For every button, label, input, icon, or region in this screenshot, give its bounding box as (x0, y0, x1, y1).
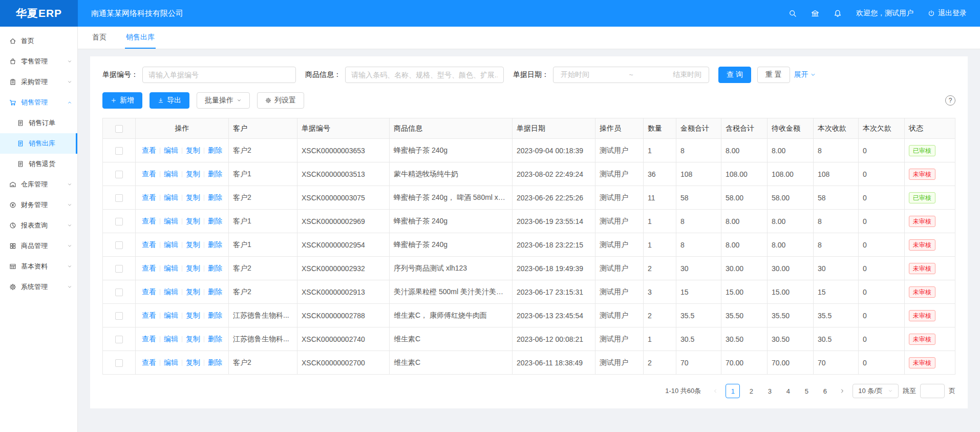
sidebar-item-sales[interactable]: 销售管理 (0, 92, 77, 113)
logout-button[interactable]: 退出登录 (928, 9, 967, 18)
edit-link[interactable]: 编辑 (164, 311, 178, 319)
date-range-picker[interactable]: 开始时间 ~ 结束时间 (553, 67, 709, 83)
edit-link[interactable]: 编辑 (164, 170, 178, 178)
edit-link[interactable]: 编辑 (164, 358, 178, 366)
delete-link[interactable]: 删除 (208, 335, 222, 343)
edit-link[interactable]: 编辑 (164, 264, 178, 272)
edit-link[interactable]: 编辑 (164, 335, 178, 343)
delete-link[interactable]: 删除 (208, 287, 222, 296)
copy-link[interactable]: 复制 (186, 217, 200, 225)
sidebar-item-sales-return[interactable]: 销售退货 (0, 154, 77, 174)
goods-cell: 美汁源果粒橙 500ml 美汁美汁美汁... (390, 280, 513, 304)
sidebar-item-system[interactable]: 系统管理 (0, 277, 77, 297)
export-button[interactable]: 导出 (150, 92, 189, 109)
copy-link[interactable]: 复制 (186, 170, 200, 178)
copy-link[interactable]: 复制 (186, 240, 200, 249)
copy-link[interactable]: 复制 (186, 193, 200, 201)
next-page-button[interactable] (836, 384, 848, 398)
view-link[interactable]: 查看 (142, 193, 156, 201)
delete-link[interactable]: 删除 (208, 264, 222, 272)
select-all-checkbox[interactable] (115, 125, 123, 133)
sidebar-item-sales-outbound[interactable]: 销售出库 (0, 133, 77, 154)
bill-no-input[interactable] (142, 67, 296, 83)
copy-link[interactable]: 复制 (186, 287, 200, 296)
add-button[interactable]: 新增 (102, 92, 142, 109)
sidebar-item-basic-data[interactable]: 基本资料 (0, 256, 77, 277)
view-link[interactable]: 查看 (142, 311, 156, 319)
view-link[interactable]: 查看 (142, 335, 156, 343)
copy-link[interactable]: 复制 (186, 358, 200, 366)
column-header-operator: 操作员 (595, 118, 644, 139)
view-link[interactable]: 查看 (142, 170, 156, 178)
amount-cell: 70 (676, 351, 721, 375)
row-checkbox[interactable] (115, 265, 123, 273)
status-badge: 未审核 (909, 239, 935, 251)
delete-link[interactable]: 删除 (208, 311, 222, 319)
row-checkbox[interactable] (115, 171, 123, 178)
chevron-down-icon (67, 59, 72, 64)
row-checkbox[interactable] (115, 147, 123, 155)
search-icon[interactable] (789, 9, 797, 17)
delete-link[interactable]: 删除 (208, 170, 222, 178)
expand-link[interactable]: 展开 (794, 70, 816, 79)
view-link[interactable]: 查看 (142, 146, 156, 154)
view-link[interactable]: 查看 (142, 217, 156, 225)
copy-link[interactable]: 复制 (186, 146, 200, 154)
help-icon[interactable]: ? (945, 95, 955, 106)
tab-sales-outbound[interactable]: 销售出库 (125, 27, 156, 49)
sidebar-item-retail[interactable]: 零售管理 (0, 51, 77, 72)
row-checkbox[interactable] (115, 359, 123, 367)
edit-link[interactable]: 编辑 (164, 146, 178, 154)
page-size-select[interactable]: 10 条/页 (853, 384, 899, 398)
sidebar-item-goods[interactable]: 商品管理 (0, 236, 77, 256)
row-checkbox[interactable] (115, 194, 123, 202)
page-button[interactable]: 3 (762, 384, 777, 398)
delete-link[interactable]: 删除 (208, 240, 222, 249)
search-button[interactable]: 查 询 (718, 67, 751, 83)
sidebar-item-sales-order[interactable]: 销售订单 (0, 113, 77, 133)
page-button[interactable]: 5 (799, 384, 814, 398)
tab-home[interactable]: 首页 (91, 27, 108, 49)
chevron-down-icon (67, 264, 72, 269)
bank-icon[interactable] (811, 9, 819, 17)
sidebar-item-finance[interactable]: 财务管理 (0, 195, 77, 215)
copy-link[interactable]: 复制 (186, 311, 200, 319)
batch-actions-button[interactable]: 批量操作 (197, 92, 250, 109)
page-button[interactable]: 6 (818, 384, 832, 398)
goods-info-input[interactable] (345, 67, 504, 83)
row-checkbox[interactable] (115, 218, 123, 225)
copy-link[interactable]: 复制 (186, 264, 200, 272)
notification-bell-icon[interactable] (834, 9, 842, 17)
sidebar-item-report[interactable]: 报表查询 (0, 215, 77, 236)
edit-link[interactable]: 编辑 (164, 287, 178, 296)
delete-link[interactable]: 删除 (208, 217, 222, 225)
prev-page-button[interactable] (709, 384, 721, 398)
page-button[interactable]: 4 (781, 384, 795, 398)
reset-button[interactable]: 重 置 (757, 67, 790, 83)
home-icon (9, 37, 16, 45)
edit-link[interactable]: 编辑 (164, 217, 178, 225)
edit-link[interactable]: 编辑 (164, 193, 178, 201)
copy-link[interactable]: 复制 (186, 335, 200, 343)
view-link[interactable]: 查看 (142, 240, 156, 249)
row-checkbox[interactable] (115, 312, 123, 320)
sidebar-item-home[interactable]: 首页 (0, 31, 77, 51)
page-button[interactable]: 1 (726, 384, 740, 398)
row-checkbox[interactable] (115, 241, 123, 249)
delete-link[interactable]: 删除 (208, 358, 222, 366)
view-link[interactable]: 查看 (142, 264, 156, 272)
page-button[interactable]: 2 (744, 384, 758, 398)
delete-link[interactable]: 删除 (208, 193, 222, 201)
action-separator (160, 336, 160, 342)
row-checkbox[interactable] (115, 289, 123, 296)
edit-link[interactable]: 编辑 (164, 240, 178, 249)
view-link[interactable]: 查看 (142, 287, 156, 296)
sidebar-item-warehouse[interactable]: 仓库管理 (0, 174, 77, 195)
sidebar-item-purchase[interactable]: 采购管理 (0, 72, 77, 92)
delete-link[interactable]: 删除 (208, 146, 222, 154)
jump-to-input[interactable] (920, 384, 945, 398)
view-link[interactable]: 查看 (142, 358, 156, 366)
column-settings-button[interactable]: 列设置 (257, 92, 304, 109)
row-checkbox[interactable] (115, 336, 123, 343)
table-row: 查看编辑复制删除 客户2 XSCK00000003075 蜂蜜柚子茶 240g，… (103, 186, 955, 210)
